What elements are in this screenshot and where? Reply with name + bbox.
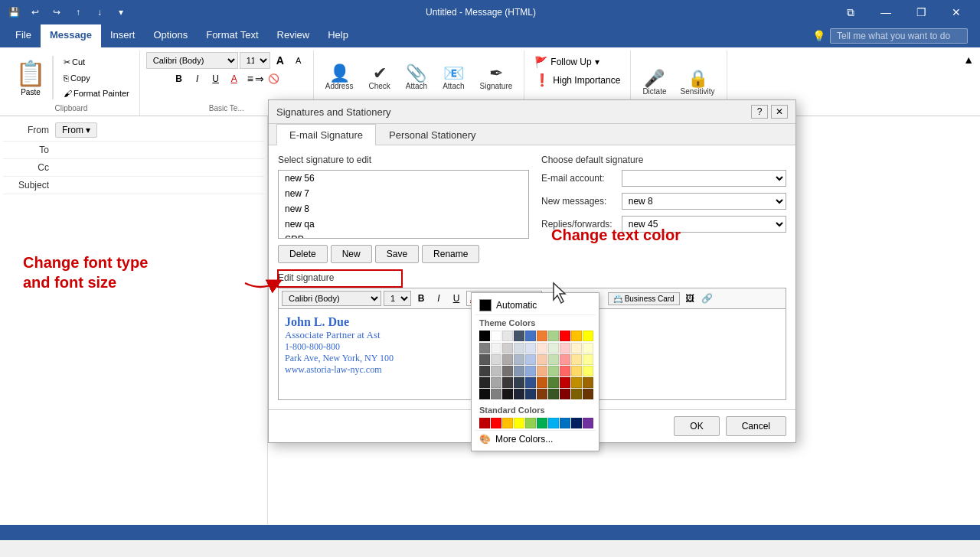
shade-swatch[interactable] (571, 377, 582, 388)
cc-input[interactable] (55, 162, 264, 173)
new-messages-select[interactable]: new 8 (622, 193, 786, 210)
shade-swatch[interactable] (479, 366, 490, 376)
insert-hyperlink-button[interactable]: 🔗 (700, 291, 715, 306)
bold-button[interactable]: B (171, 70, 188, 87)
sensitivity-button[interactable]: 🔒 Sensitivity (675, 67, 720, 99)
dictate-button[interactable]: 🎤 Dictate (637, 67, 671, 99)
replies-select[interactable]: new 45 (622, 216, 786, 233)
ok-button[interactable]: OK (674, 416, 719, 436)
standard-color-swatch[interactable] (571, 418, 582, 428)
standard-color-swatch[interactable] (479, 418, 490, 428)
shade-swatch[interactable] (525, 354, 536, 365)
theme-color-swatch[interactable] (583, 331, 593, 341)
color-automatic-row[interactable]: Automatic (475, 296, 596, 315)
attach-item-button[interactable]: 📧 Attach (437, 61, 469, 94)
tab-email-signature[interactable]: E-mail Signature (276, 124, 376, 145)
sig-item-srp[interactable]: SRP (279, 232, 528, 239)
high-importance-button[interactable]: ❗ High Importance (531, 70, 624, 90)
standard-color-swatch[interactable] (514, 418, 524, 428)
tab-options[interactable]: Options (144, 24, 197, 47)
shade-swatch[interactable] (514, 354, 524, 365)
standard-color-swatch[interactable] (502, 418, 513, 428)
tab-insert[interactable]: Insert (101, 24, 145, 47)
dialog-close-button[interactable]: ✕ (771, 105, 788, 119)
business-card-button[interactable]: 📇 Business Card (608, 292, 680, 305)
copy-button[interactable]: ⎘Copy (60, 71, 133, 85)
theme-color-swatch[interactable] (502, 331, 513, 341)
shade-swatch[interactable] (479, 354, 490, 365)
standard-color-swatch[interactable] (537, 418, 547, 428)
shade-swatch[interactable] (548, 389, 559, 399)
shade-swatch[interactable] (583, 377, 593, 388)
font-color-button[interactable]: A (226, 70, 243, 87)
clear-format-button[interactable]: 🚫 (266, 70, 283, 87)
shade-swatch[interactable] (583, 389, 593, 399)
shade-swatch[interactable] (583, 354, 593, 365)
sig-item-newqa[interactable]: new qa (279, 217, 528, 232)
standard-color-swatch[interactable] (583, 418, 593, 428)
new-sig-button[interactable]: New (331, 245, 372, 263)
shade-swatch[interactable] (491, 389, 501, 399)
rename-sig-button[interactable]: Rename (422, 245, 479, 263)
standard-color-swatch[interactable] (548, 418, 559, 428)
theme-color-swatch[interactable] (525, 331, 536, 341)
save-icon[interactable]: 💾 (6, 5, 21, 20)
edit-bold-button[interactable]: B (413, 291, 429, 306)
paste-button[interactable]: 📋 Paste (9, 56, 53, 99)
italic-button[interactable]: I (189, 70, 206, 87)
font-selector[interactable]: Calibri (Body) (146, 52, 238, 69)
shade-swatch[interactable] (560, 389, 570, 399)
tab-format-text[interactable]: Format Text (197, 24, 267, 47)
tell-me-input[interactable] (830, 28, 968, 44)
subject-input[interactable] (55, 180, 264, 191)
shade-swatch[interactable] (583, 366, 593, 376)
shade-swatch[interactable] (502, 354, 513, 365)
more-colors-row[interactable]: 🎨 More Colors... (475, 430, 596, 448)
undo-icon[interactable]: ↩ (28, 5, 43, 20)
theme-color-swatch[interactable] (560, 331, 570, 341)
shade-swatch[interactable] (560, 354, 570, 365)
shade-swatch[interactable] (479, 377, 490, 388)
indent-button[interactable]: ⇒ (255, 73, 264, 85)
arrow-up-icon[interactable]: ↑ (70, 5, 86, 20)
standard-color-swatch[interactable] (525, 418, 536, 428)
edit-font-selector[interactable]: Calibri (Body) (282, 291, 381, 306)
check-button[interactable]: ✔ Check (363, 61, 395, 94)
insert-image-button[interactable]: 🖼 (682, 291, 697, 306)
from-button[interactable]: From ▾ (55, 122, 97, 138)
standard-color-swatch[interactable] (491, 418, 501, 428)
shade-swatch[interactable] (491, 377, 501, 388)
bullets-button[interactable]: ≡ (247, 73, 253, 85)
theme-color-swatch[interactable] (571, 331, 582, 341)
tab-file[interactable]: File (6, 24, 41, 47)
shade-swatch[interactable] (571, 389, 582, 399)
shade-swatch[interactable] (491, 366, 501, 376)
shrink-font-button[interactable]: A (290, 52, 307, 69)
shade-swatch[interactable] (571, 354, 582, 365)
email-account-select[interactable] (622, 170, 786, 187)
sig-item-new8[interactable]: new 8 (279, 201, 528, 217)
maximize-button[interactable]: ❐ (903, 0, 939, 24)
shade-swatch[interactable] (537, 389, 547, 399)
shade-swatch[interactable] (502, 343, 513, 353)
tab-review[interactable]: Review (268, 24, 319, 47)
signature-button[interactable]: ✒ Signature (475, 61, 518, 94)
shade-swatch[interactable] (514, 366, 524, 376)
attach-file-button[interactable]: 📎 Attach (400, 61, 433, 94)
shade-swatch[interactable] (537, 343, 547, 353)
address-button[interactable]: 👤 Address (320, 61, 359, 94)
grow-font-button[interactable]: A (272, 52, 289, 69)
arrow-down-icon[interactable]: ↓ (92, 5, 107, 20)
size-selector[interactable]: 11 (240, 52, 270, 69)
format-painter-button[interactable]: 🖌Format Painter (60, 86, 133, 100)
shade-swatch[interactable] (502, 389, 513, 399)
restore-button[interactable]: ⧉ (833, 0, 868, 24)
follow-up-button[interactable]: 🚩 Follow Up ▾ (531, 54, 624, 70)
theme-color-swatch[interactable] (491, 331, 501, 341)
sig-item-new56[interactable]: new 56 (279, 171, 528, 186)
tab-message[interactable]: Message (41, 24, 101, 47)
shade-swatch[interactable] (479, 343, 490, 353)
shade-swatch[interactable] (548, 366, 559, 376)
sig-item-new7[interactable]: new 7 (279, 186, 528, 201)
shade-swatch[interactable] (525, 343, 536, 353)
